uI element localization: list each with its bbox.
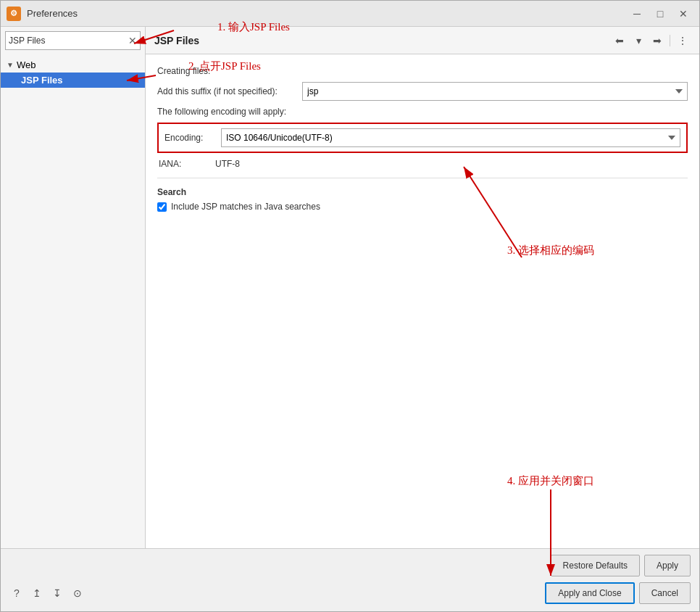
sidebar: ✕ ▼ Web JSP Files [1, 27, 146, 548]
back-dropdown-button[interactable]: ▾ [630, 33, 646, 49]
encoding-select[interactable]: ISO 10646/Unicode(UTF-8) ISO-8859-1 UTF-… [221, 128, 680, 147]
toolbar-icons: ⬅ ▾ ➡ ⋮ [612, 33, 691, 49]
divider [157, 178, 688, 178]
help-icon[interactable]: ? [9, 586, 24, 600]
forward-button[interactable]: ➡ [649, 33, 665, 49]
iana-row: IANA: UTF-8 [157, 159, 688, 169]
tree-jsp-item[interactable]: JSP Files [1, 73, 145, 88]
suffix-select[interactable]: jsp jspx jsf [302, 82, 688, 101]
content-title: JSP Files [154, 35, 612, 46]
encoding-box: Encoding: ISO 10646/Unicode(UTF-8) ISO-8… [157, 123, 688, 153]
apply-close-row: ? ↥ ↧ ⊙ Apply and Close Cancel [1, 579, 699, 611]
bottom-right-buttons: Apply and Close Cancel [545, 582, 691, 604]
creating-files-label: Creating files: [157, 66, 688, 76]
content-header: JSP Files ⬅ ▾ ➡ ⋮ [146, 27, 699, 54]
sidebar-search-bar[interactable]: ✕ [5, 31, 141, 50]
search-section-label: Search [157, 187, 688, 197]
back-button[interactable]: ⬅ [612, 33, 628, 49]
checkbox-row: Include JSP matches in Java searches [157, 202, 688, 212]
encoding-row: Encoding: ISO 10646/Unicode(UTF-8) ISO-8… [164, 128, 680, 147]
apply-and-close-button[interactable]: Apply and Close [545, 582, 634, 604]
preferences-window: ⚙ Preferences ─ □ ✕ ✕ ▼ Web JSP Files [0, 0, 700, 612]
maximize-button[interactable]: □ [650, 6, 670, 22]
tree-expand-icon: ▼ [7, 61, 14, 69]
tree-section: ▼ Web JSP Files [1, 54, 145, 91]
restore-defaults-button[interactable]: Restore Defaults [551, 555, 640, 576]
cancel-button[interactable]: Cancel [639, 582, 691, 604]
app-icon: ⚙ [7, 7, 21, 21]
menu-button[interactable]: ⋮ [675, 33, 691, 49]
checkbox-label: Include JSP matches in Java searches [171, 202, 320, 212]
close-button[interactable]: ✕ [673, 6, 693, 22]
main-content: JSP Files ⬅ ▾ ➡ ⋮ Creating files: Add th… [146, 27, 699, 548]
import-icon[interactable]: ↥ [30, 586, 44, 600]
tree-jsp-label: JSP Files [21, 75, 63, 86]
toolbar-separator [670, 35, 670, 46]
iana-value: UTF-8 [215, 159, 240, 169]
window-title: Preferences [27, 8, 627, 19]
export-icon[interactable]: ↧ [50, 586, 64, 600]
jsp-matches-checkbox[interactable] [157, 202, 167, 212]
tree-web-item[interactable]: ▼ Web [1, 57, 145, 73]
restore-apply-row: Restore Defaults Apply [1, 549, 699, 579]
body-area: ✕ ▼ Web JSP Files JSP Files ⬅ ▾ ➡ [1, 27, 699, 548]
minimize-button[interactable]: ─ [627, 6, 647, 22]
bottom-bar: Restore Defaults Apply ? ↥ ↧ ⊙ Apply and… [1, 548, 699, 611]
window-controls: ─ □ ✕ [627, 6, 693, 22]
encoding-label: Encoding: [164, 133, 215, 143]
encoding-section-label: The following encoding will apply: [157, 107, 688, 117]
suffix-row: Add this suffix (if not specified): jsp … [157, 82, 688, 101]
title-bar: ⚙ Preferences ─ □ ✕ [1, 1, 699, 27]
search-clear-icon[interactable]: ✕ [128, 35, 137, 46]
bottom-left-icons: ? ↥ ↧ ⊙ [9, 586, 85, 600]
suffix-label: Add this suffix (if not specified): [157, 86, 302, 96]
tree-web-label: Web [17, 59, 36, 70]
apply-button[interactable]: Apply [644, 555, 691, 576]
content-body: Creating files: Add this suffix (if not … [146, 54, 699, 548]
info-icon[interactable]: ⊙ [70, 586, 85, 600]
search-input[interactable] [9, 36, 127, 46]
iana-label: IANA: [159, 159, 209, 169]
